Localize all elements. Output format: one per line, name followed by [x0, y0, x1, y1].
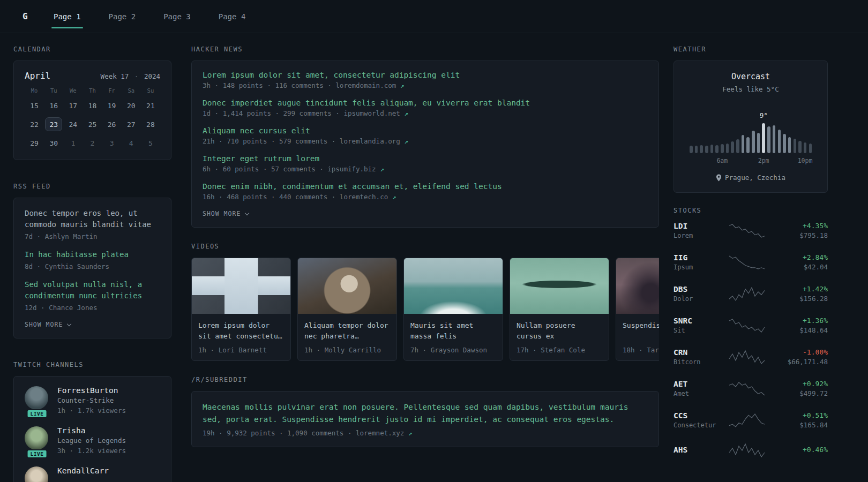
hackernews-item-meta: 3h · 148 points · 116 comments · loremdo…	[203, 81, 648, 89]
rss-show-more-button[interactable]: SHOW MORE	[25, 321, 160, 328]
external-link-icon[interactable]: ↗	[396, 81, 404, 89]
external-link-icon[interactable]: ↗	[376, 165, 384, 173]
channel-name[interactable]: KendallCarr	[57, 466, 109, 475]
external-link-icon[interactable]: ↗	[400, 137, 408, 145]
channel-info: TrishaLeague of Legends3h · 1.2k viewers	[57, 426, 126, 455]
video-title[interactable]: Mauris sit amet massa felis	[410, 320, 496, 342]
videos-section: VIDEOS Lorem ipsum dolor sit amet consec…	[191, 243, 659, 361]
video-title[interactable]: Aliquam tempor dolor nec pharetra…	[304, 320, 390, 342]
hackernews-section: HACKER NEWS Lorem ipsum dolor sit amet, …	[191, 46, 659, 228]
calendar-day-number: 16	[45, 99, 62, 112]
stock-row[interactable]: CRNBitcorn-1.00%$66,171.48	[674, 348, 828, 366]
stock-symbol-block: SNRCSit	[674, 317, 720, 334]
stock-name: Lorem	[674, 232, 720, 239]
rss-item-title[interactable]: In hac habitasse platea	[25, 249, 160, 260]
hackernews-item-title[interactable]: Donec imperdiet augue tincidunt felis al…	[203, 99, 648, 107]
weather-hour-column	[720, 144, 725, 153]
stock-change: +1.36%	[774, 317, 828, 325]
nav-tab-2[interactable]: Page 2	[107, 0, 138, 33]
twitch-channel[interactable]: LIVEKendallCarr	[25, 466, 160, 482]
calendar-day-number: 24	[64, 117, 81, 131]
channel-game: League of Legends	[57, 436, 126, 445]
external-link-icon[interactable]: ↗	[400, 109, 408, 117]
video-title[interactable]: Suspendisse diam	[623, 320, 659, 342]
subreddit-post-meta: 19h · 9,932 points · 1,090 comments · lo…	[203, 429, 648, 437]
stock-symbol-block: AETAmet	[674, 380, 720, 397]
weather-section-title: WEATHER	[674, 46, 828, 53]
stock-change: +2.84%	[774, 253, 828, 261]
stock-price: $156.28	[774, 295, 828, 303]
calendar-day-header: Fr	[108, 87, 115, 94]
video-card[interactable]: Lorem ipsum dolor sit amet consectetu…1h…	[191, 258, 291, 361]
hackernews-item-title[interactable]: Integer eget rutrum lorem	[203, 154, 648, 163]
external-link-icon[interactable]: ↗	[404, 429, 412, 437]
rss-section: RSS FEED Donec tempor eros leo, ut commo…	[13, 183, 171, 338]
app-logo[interactable]: G	[23, 11, 33, 21]
video-card[interactable]: Mauris sit amet massa felis7h · Grayson …	[403, 258, 503, 361]
nav-tab-1[interactable]: Page 1	[51, 0, 83, 33]
calendar-day-number: 19	[103, 99, 121, 112]
external-link-icon[interactable]: ↗	[388, 193, 396, 201]
rss-item-title[interactable]: Donec tempor eros leo, ut commodo mauris…	[25, 208, 160, 230]
video-meta: 1h · Molly Carrillo	[304, 346, 390, 354]
video-title[interactable]: Lorem ipsum dolor sit amet consectetu…	[198, 320, 284, 342]
hackernews-item-title[interactable]: Lorem ipsum dolor sit amet, consectetur …	[203, 71, 648, 79]
video-meta: 18h · Tara	[623, 346, 659, 354]
stock-row[interactable]: DBSDolor+1.42%$156.28	[674, 285, 828, 303]
video-thumbnail	[404, 258, 503, 314]
rss-card: Donec tempor eros leo, ut commodo mauris…	[13, 198, 171, 338]
stock-sparkline	[720, 381, 774, 396]
weather-bar	[767, 126, 770, 153]
top-nav: G Page 1Page 2Page 3Page 4	[0, 0, 868, 33]
stock-symbol: CRN	[674, 348, 720, 357]
nav-tab-4[interactable]: Page 4	[216, 0, 248, 33]
calendar-year: 2024	[144, 72, 160, 80]
hackernews-item: Donec enim nibh, condimentum et accumsan…	[203, 182, 648, 201]
stock-symbol: SNRC	[674, 317, 720, 325]
video-card[interactable]: Suspendisse diam18h · Tara	[616, 258, 659, 361]
rss-item-title[interactable]: Sed volutpat nulla nisl, a condimentum n…	[25, 279, 160, 302]
hackernews-item-title[interactable]: Donec enim nibh, condimentum et accumsan…	[203, 182, 648, 191]
weather-hour-column	[740, 135, 746, 153]
stock-symbol-block: CCSConsectetur	[674, 411, 720, 429]
hackernews-item-title[interactable]: Aliquam nec cursus elit	[203, 126, 648, 135]
stock-row[interactable]: IIGIpsum+2.84%$42.04	[674, 253, 828, 271]
weather-bar	[736, 139, 739, 153]
video-body: Aliquam tempor dolor nec pharetra…1h · M…	[298, 314, 396, 360]
video-thumbnail	[616, 258, 659, 314]
stock-symbol: AET	[674, 380, 720, 388]
weather-hour-column	[792, 139, 797, 153]
calendar-day-number: 18	[84, 99, 101, 112]
video-title[interactable]: Nullam posuere cursus ex	[517, 320, 602, 342]
hackernews-item-meta: 1d · 1,414 points · 299 comments · ipsum…	[203, 109, 648, 117]
left-column: CALENDAR April Week 17 · 2024 MoTuWeThFr…	[13, 46, 171, 482]
stock-row[interactable]: AHS+0.46%	[674, 443, 828, 458]
video-body: Mauris sit amet massa felis7h · Grayson …	[404, 314, 503, 360]
stock-row[interactable]: LDILorem+4.35%$795.18	[674, 222, 828, 239]
video-body: Suspendisse diam18h · Tara	[616, 314, 659, 360]
calendar-day-number: 27	[123, 117, 140, 131]
twitch-channel[interactable]: LIVEForrestBurtonCounter-Strike1h · 1.7k…	[25, 386, 160, 415]
stock-row[interactable]: SNRCSit+1.36%$148.64	[674, 317, 828, 334]
stock-values: +0.46%	[774, 446, 828, 455]
calendar-week-row: 15161718192021	[25, 99, 160, 112]
stock-row[interactable]: AETAmet+0.92%$499.72	[674, 380, 828, 397]
video-card[interactable]: Nullam posuere cursus ex17h · Stefan Col…	[510, 258, 609, 361]
twitch-channel[interactable]: LIVETrishaLeague of Legends3h · 1.2k vie…	[25, 426, 160, 455]
nav-tab-3[interactable]: Page 3	[161, 0, 193, 33]
stock-sparkline	[720, 287, 774, 302]
channel-avatar	[25, 466, 48, 482]
channel-name[interactable]: Trisha	[57, 426, 126, 435]
calendar-day-number: 29	[26, 136, 43, 150]
stock-symbol-block: CRNBitcorn	[674, 348, 720, 366]
calendar-day-header: Th	[89, 87, 96, 94]
calendar-week-row: 293012345	[25, 136, 160, 150]
stock-row[interactable]: CCSConsectetur+0.51%$165.84	[674, 411, 828, 429]
calendar-section: CALENDAR April Week 17 · 2024 MoTuWeThFr…	[13, 46, 171, 160]
stock-symbol-block: LDILorem	[674, 222, 720, 239]
subreddit-post-title[interactable]: Maecenas mollis pulvinar erat non posuer…	[203, 401, 648, 426]
weather-hour-column	[761, 123, 766, 153]
channel-name[interactable]: ForrestBurton	[57, 386, 126, 395]
hackernews-show-more-button[interactable]: SHOW MORE	[203, 210, 648, 217]
video-card[interactable]: Aliquam tempor dolor nec pharetra…1h · M…	[297, 258, 397, 361]
